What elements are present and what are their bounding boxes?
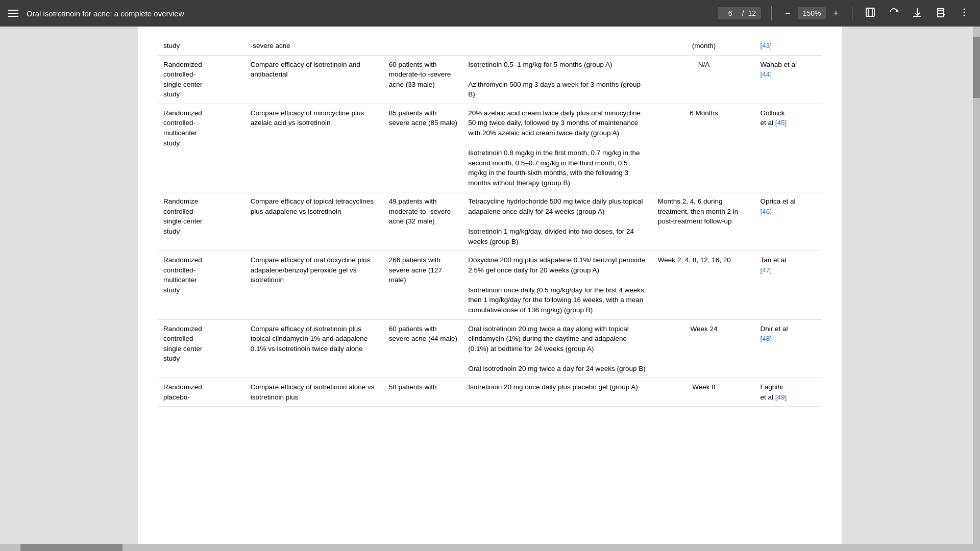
page-separator: / — [742, 9, 744, 17]
cell-study: Randomizedcontrolled-multicenterstudy — [158, 251, 246, 319]
svg-point-6 — [964, 8, 965, 10]
menu-icon[interactable] — [8, 10, 18, 17]
download-button[interactable] — [910, 6, 925, 21]
zoom-controls: − 150% + — [782, 7, 842, 20]
cell-assessment: Week 24 — [653, 319, 755, 378]
scrollbar-thumb[interactable] — [973, 37, 980, 98]
divider-1 — [771, 6, 772, 20]
table-row: Randomizedcontrolled-single centerstudy … — [158, 55, 822, 104]
cell-sample — [384, 37, 463, 55]
cell-assessment: (month) — [653, 37, 755, 55]
svg-point-5 — [943, 14, 944, 15]
table-row: study -severe acne (month) [43] — [158, 37, 822, 55]
cell-ref: Gollnicket al [45] — [755, 104, 822, 192]
cell-intervention: Oral isotretinoin 20 mg twice a day alon… — [463, 319, 652, 378]
cell-sample: 58 patients with — [384, 378, 463, 407]
print-button[interactable] — [933, 6, 948, 21]
svg-rect-0 — [866, 8, 874, 16]
toolbar-right-actions — [910, 6, 972, 21]
page-number-input[interactable]: 6 — [723, 9, 738, 17]
cell-objective: Compare efficacy of isotretinoin and ant… — [246, 55, 384, 104]
cell-ref: Wahab et al[44] — [755, 55, 822, 104]
scrollbar-bottom-thumb[interactable] — [20, 544, 122, 551]
cell-objective: Compare efficacy of isotretinoin plus to… — [246, 319, 384, 378]
cell-sample: 49 patients with moderate-to -severe acn… — [384, 192, 463, 251]
cell-intervention — [463, 37, 652, 55]
table-row: Randomizecontrolled-single centerstudy C… — [158, 192, 822, 251]
cell-ref: Faghihiet al [49] — [755, 378, 822, 407]
table-row: Randomizedcontrolled-multicenterstudy Co… — [158, 251, 822, 319]
cell-sample: 85 patients with severe acne (85 male) — [384, 104, 463, 192]
scrollbar-bottom-track[interactable] — [0, 544, 973, 551]
table-row: Randomizedcontrolled-single centerstudy … — [158, 319, 822, 378]
cell-ref: [43] — [755, 37, 822, 55]
cell-ref: Tan et al[47] — [755, 251, 822, 319]
svg-point-8 — [964, 14, 965, 16]
cell-assessment: Months 2, 4, 6 during treatment, then mo… — [653, 192, 755, 251]
zoom-in-button[interactable]: + — [830, 7, 842, 20]
cell-intervention: 20% azelaic acid cream twice daily plus … — [463, 104, 652, 192]
cell-intervention: Doxycline 200 mg plus adapalene 0.1%/ be… — [463, 251, 652, 319]
cell-assessment: Week 8 — [653, 378, 755, 407]
cell-ref: Oprica et al[46] — [755, 192, 822, 251]
pdf-page: study -severe acne (month) [43] Randomiz… — [138, 27, 842, 551]
cell-study: Randomizedcontrolled-multicenterstudy — [158, 104, 246, 192]
cell-assessment: 6 Months — [653, 104, 755, 192]
cell-objective: Compare efficacy of isotretinoin alone v… — [246, 378, 384, 407]
zoom-value-display: 150% — [798, 7, 826, 19]
rotate-button[interactable] — [886, 6, 901, 21]
table-row: Randomizedcontrolled-multicenterstudy Co… — [158, 104, 822, 192]
page-total: 12 — [748, 9, 756, 17]
document-title: Oral isotretinoin for acne: a complete o… — [27, 9, 709, 18]
cell-study: study — [158, 37, 246, 55]
cell-objective: Compare efficacy of minocycline plus aze… — [246, 104, 384, 192]
svg-point-7 — [964, 11, 965, 13]
cell-sample: 266 patients with severe acne (127 male) — [384, 251, 463, 319]
page-navigation: 6 / 12 — [718, 7, 761, 19]
toolbar: Oral isotretinoin for acne: a complete o… — [0, 0, 980, 27]
cell-study: Randomizedplacebo- — [158, 378, 246, 407]
cell-study: Randomizedcontrolled-single centerstudy — [158, 319, 246, 378]
cell-intervention: Isotretinoin 0.5–1 mg/kg for 5 months (g… — [463, 55, 652, 104]
cell-study: Randomizedcontrolled-single centerstudy — [158, 55, 246, 104]
fit-page-button[interactable] — [863, 6, 878, 21]
cell-assessment: Week 2, 4, 8, 12, 16, 20 — [653, 251, 755, 319]
scrollbar-track[interactable] — [973, 27, 980, 551]
content-area: study -severe acne (month) [43] Randomiz… — [0, 27, 980, 551]
cell-study: Randomizecontrolled-single centerstudy — [158, 192, 246, 251]
cell-sample: 60 patients with severe acne (44 male) — [384, 319, 463, 378]
cell-objective: Compare efficacy of topical tetracycline… — [246, 192, 384, 251]
cell-intervention: Tetracycline hydrloc​horide 500 mg twice… — [463, 192, 652, 251]
cell-sample: 60 patients with moderate-to -severe acn… — [384, 55, 463, 104]
cell-objective: -severe acne — [246, 37, 384, 55]
cell-intervention: Isotretinoin 20 mg once daily plus place… — [463, 378, 652, 407]
cell-ref: Dhir et al[48] — [755, 319, 822, 378]
divider-2 — [852, 6, 852, 20]
table-row: Randomizedplacebo- Compare efficacy of i… — [158, 378, 822, 407]
cell-assessment: N/A — [653, 55, 755, 104]
cell-objective: Compare efficacy of oral doxycline plus … — [246, 251, 384, 319]
more-options-button[interactable] — [957, 6, 972, 21]
studies-table: study -severe acne (month) [43] Randomiz… — [158, 37, 822, 407]
zoom-out-button[interactable]: − — [782, 7, 794, 20]
